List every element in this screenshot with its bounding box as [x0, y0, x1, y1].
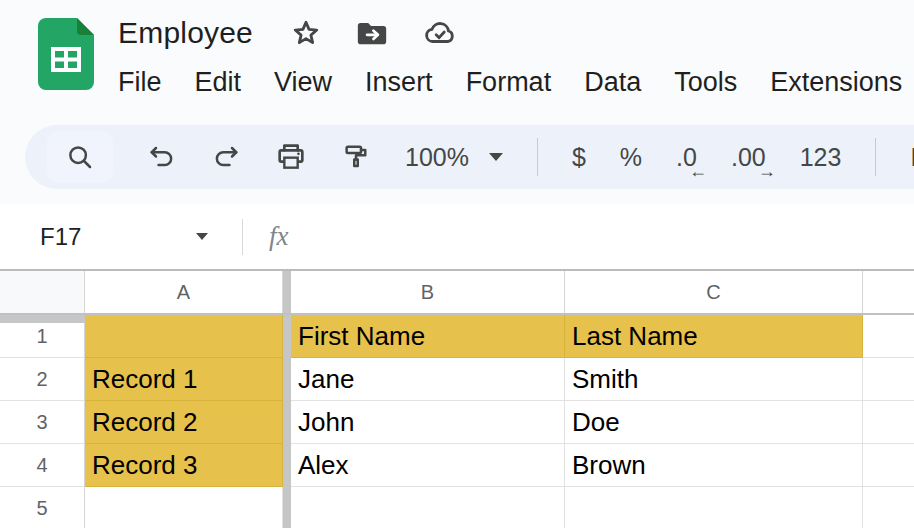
redo-icon: [211, 142, 241, 172]
menu-item-data[interactable]: Data: [584, 67, 641, 98]
frozen-column-divider[interactable]: [283, 271, 291, 313]
cell-B3[interactable]: John: [291, 401, 565, 444]
column-header-d[interactable]: [863, 271, 914, 313]
currency-format-button[interactable]: $: [572, 143, 586, 172]
sheets-logo-icon[interactable]: [38, 18, 94, 110]
percent-format-button[interactable]: %: [620, 143, 642, 172]
cell-C2[interactable]: Smith: [565, 358, 863, 401]
name-box-value: F17: [40, 223, 81, 251]
cell-D4[interactable]: [863, 444, 914, 487]
cell-C5[interactable]: [565, 487, 863, 528]
row-5: 5: [0, 487, 914, 528]
right-arrow-icon: →: [758, 161, 776, 182]
cell-A4[interactable]: Record 3: [85, 444, 283, 487]
increase-decimal-button[interactable]: .00→: [731, 143, 766, 172]
formula-bar-divider: [242, 219, 243, 255]
title-icons: [289, 16, 459, 50]
menu-item-extensions[interactable]: Extensions: [770, 67, 902, 98]
column-header-row: A B C: [0, 271, 914, 315]
menu-item-format[interactable]: Format: [466, 67, 552, 98]
cell-A5[interactable]: [85, 487, 283, 528]
number-format-button[interactable]: 123: [800, 143, 842, 172]
move-folder-icon[interactable]: [355, 16, 389, 50]
menubar: File Edit View Insert Format Data Tools …: [118, 60, 914, 104]
row-2: 2 Record 1 Jane Smith: [0, 358, 914, 401]
cell-A2[interactable]: Record 1: [85, 358, 283, 401]
zoom-value: 100%: [405, 143, 469, 172]
menu-item-file[interactable]: File: [118, 67, 162, 98]
frozen-column-divider[interactable]: [283, 487, 291, 528]
cell-D5[interactable]: [863, 487, 914, 528]
cell-A3[interactable]: Record 2: [85, 401, 283, 444]
frozen-row-handle[interactable]: [0, 315, 85, 323]
decrease-decimal-button[interactable]: .0←: [676, 143, 697, 172]
cell-C1[interactable]: Last Name: [565, 315, 863, 358]
cell-B5[interactable]: [291, 487, 565, 528]
toolbar-divider: [875, 138, 876, 176]
cell-D1[interactable]: [863, 315, 914, 358]
fx-icon: fx: [269, 221, 289, 252]
formula-bar: F17 fx: [0, 204, 914, 269]
row-3: 3 Record 2 John Doe: [0, 401, 914, 444]
top-bar: Employee: [0, 0, 914, 110]
cell-C3[interactable]: Doe: [565, 401, 863, 444]
menu-item-tools[interactable]: Tools: [674, 67, 737, 98]
search-button[interactable]: [47, 131, 113, 183]
undo-button[interactable]: [147, 142, 177, 172]
print-button[interactable]: [275, 141, 307, 173]
cell-B4[interactable]: Alex: [291, 444, 565, 487]
redo-button[interactable]: [211, 142, 241, 172]
select-all-corner[interactable]: [0, 271, 85, 313]
chevron-down-icon: [489, 153, 503, 161]
column-header-a[interactable]: A: [85, 271, 283, 313]
row-header-4[interactable]: 4: [0, 444, 85, 487]
frozen-column-divider[interactable]: [283, 358, 291, 401]
row-header-2[interactable]: 2: [0, 358, 85, 401]
cell-B2[interactable]: Jane: [291, 358, 565, 401]
frozen-column-divider[interactable]: [283, 315, 291, 358]
cell-A1[interactable]: [85, 315, 283, 358]
row-1: 1 First Name Last Name: [0, 315, 914, 358]
font-select-partial[interactable]: D: [910, 143, 914, 172]
spreadsheet-grid: A B C 1 First Name Last Name 2 Record 1 …: [0, 269, 914, 528]
paint-format-button[interactable]: [341, 142, 371, 172]
column-header-b[interactable]: B: [291, 271, 565, 313]
formula-input[interactable]: [289, 204, 914, 269]
undo-icon: [147, 142, 177, 172]
chevron-down-icon: [196, 233, 208, 240]
cell-D3[interactable]: [863, 401, 914, 444]
title-area: Employee: [118, 0, 914, 110]
cell-B1[interactable]: First Name: [291, 315, 565, 358]
toolbar: 100% $ % .0← .00→ 123 D: [0, 110, 914, 204]
document-title[interactable]: Employee: [118, 16, 253, 50]
cell-D2[interactable]: [863, 358, 914, 401]
cell-C4[interactable]: Brown: [565, 444, 863, 487]
paint-format-icon: [341, 142, 371, 172]
star-icon[interactable]: [289, 16, 323, 50]
toolbar-pill: 100% $ % .0← .00→ 123 D: [25, 125, 914, 189]
print-icon: [275, 141, 307, 173]
frozen-column-divider[interactable]: [283, 401, 291, 444]
menu-item-view[interactable]: View: [274, 67, 332, 98]
toolbar-divider: [537, 138, 538, 176]
frozen-column-divider[interactable]: [283, 444, 291, 487]
zoom-select[interactable]: 100%: [405, 143, 503, 172]
left-arrow-icon: ←: [689, 161, 707, 182]
search-icon: [65, 142, 95, 172]
google-sheets-app: Employee: [0, 0, 914, 528]
menu-item-edit[interactable]: Edit: [195, 67, 242, 98]
title-row: Employee: [118, 6, 914, 60]
cloud-saved-icon[interactable]: [421, 16, 459, 50]
menu-item-insert[interactable]: Insert: [365, 67, 433, 98]
name-box[interactable]: F17: [0, 223, 208, 251]
row-header-3[interactable]: 3: [0, 401, 85, 444]
row-header-5[interactable]: 5: [0, 487, 85, 528]
row-4: 4 Record 3 Alex Brown: [0, 444, 914, 487]
column-header-c[interactable]: C: [565, 271, 863, 313]
